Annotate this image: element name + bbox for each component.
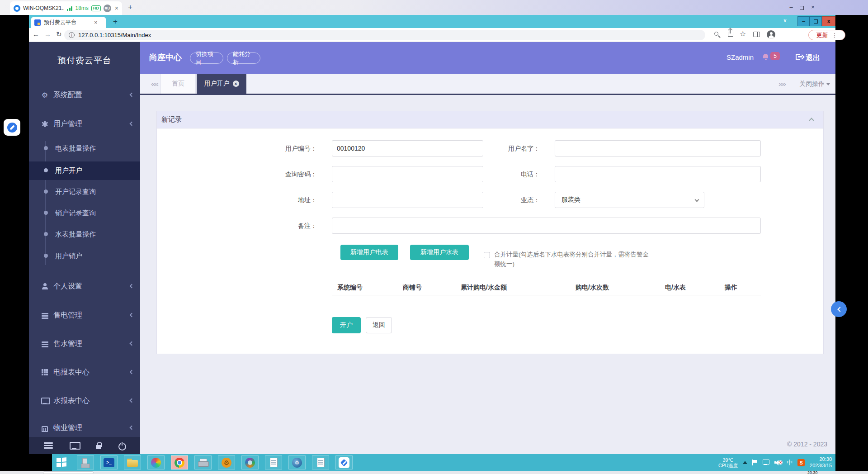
rdp-close-button[interactable]: × [808,4,817,10]
window-restore-button[interactable] [810,16,822,26]
copyright-footer: © 2012 - 2023 [787,441,827,448]
phone-input[interactable] [555,166,761,182]
sidebar-subitem-open-record-query[interactable]: 开户记录查询 [29,183,140,201]
close-operations-dropdown[interactable]: 关闭操作 [799,80,830,88]
taskbar-admin-tools-icon[interactable]: ⚙ [288,455,306,469]
tab-home[interactable]: 首页 [160,74,196,94]
brand-title: 预付费云平台 [29,55,140,66]
profile-avatar-icon[interactable] [767,30,775,39]
energy-analysis-button[interactable]: 能耗分析 [227,52,260,64]
sidebar-item-system-config[interactable]: ⚙ 系统配置 [29,86,140,104]
menu-kebab-icon[interactable]: ⋮ [832,32,838,38]
taskbar-powershell-icon[interactable]: >_ [100,455,118,469]
add-water-meter-button[interactable]: 新增用户水表 [410,245,469,260]
taskbar-notepad-icon[interactable] [265,455,282,469]
sidebar-item-user-mgmt[interactable]: 用户管理 [29,115,140,133]
browser-tab-close-icon[interactable]: × [94,19,98,26]
sidebar-subitem-meter-batch[interactable]: 电表批量操作 [29,139,140,157]
sidebar-item-property-mgmt[interactable]: 物业管理 [29,419,140,437]
sidebar-subitem-close-record-query[interactable]: 销户记录查询 [29,204,140,222]
sidebar-subitem-user-close-account[interactable]: 用户销户 [29,247,140,265]
cpu-temp-readout[interactable]: 39℃ CPU温度 [718,457,738,468]
back-icon[interactable]: ← [33,30,39,38]
hd-quality-badge[interactable]: HD [91,5,101,11]
hamburger-icon[interactable] [44,442,53,449]
remark-input[interactable] [332,218,761,234]
taskbar-todesk-icon[interactable] [335,455,353,469]
taskbar-file-explorer-icon[interactable] [124,455,141,469]
sidebar-item-sell-electricity[interactable]: 售电管理 [29,306,140,324]
bell-icon[interactable] [763,54,768,58]
sidebar-item-elec-report-center[interactable]: 电报表中心 [29,363,140,381]
action-center-flag-icon[interactable] [752,460,758,465]
monitor-icon[interactable] [70,442,79,450]
todesk-floating-ball[interactable] [4,119,20,136]
volume-muted-icon[interactable]: × [774,460,782,465]
ime-indicator[interactable]: 中 [787,459,793,467]
tab-close-icon[interactable]: × [233,81,239,87]
sidebar-item-sell-water[interactable]: 售水管理 [29,335,140,353]
network-icon[interactable] [763,460,769,465]
share-icon[interactable] [728,32,733,37]
user-name-input[interactable] [555,140,761,156]
rdp-restore-button[interactable] [797,5,806,11]
titlebar-chevron-icon[interactable]: ∨ [783,17,787,24]
side-panel-icon[interactable] [753,32,760,37]
taskbar-chrome-icon[interactable] [171,455,188,469]
tabs-scroll-left-icon[interactable]: «« [151,80,158,89]
browser-tab[interactable]: 预付费云平台 × [31,17,106,28]
sidebar-subitem-user-open-account[interactable]: 用户开户 [29,161,140,180]
business-type-label: 业态： [458,192,540,208]
rdp-minimize-button[interactable]: – [787,4,796,10]
sidebar-item-personal-settings[interactable]: 个人设置 [29,277,140,295]
chevron-down-icon [695,198,699,202]
rdp-session-tab[interactable]: WIN-OQMSK21... 18ms HD RU × [10,1,122,15]
grid-icon [41,369,49,377]
taskbar-paint-app-icon[interactable] [241,455,259,469]
browser-new-tab-button[interactable]: + [113,17,118,26]
lock-icon[interactable] [95,442,102,449]
panel-header: 新记录 [157,111,823,128]
zoom-icon[interactable] [714,32,718,36]
taskbar-color-app-icon[interactable] [147,455,165,469]
business-type-select[interactable]: 服装类 [555,192,704,208]
rdp-new-tab-button[interactable]: + [128,3,132,12]
tab-user-open-account[interactable]: 用户开户 × [197,74,246,94]
rdp-tab-close-icon[interactable]: × [115,5,118,11]
sidebar-item-water-report-center[interactable]: 水报表中心 [29,392,140,410]
taskbar-settings-gear-icon[interactable]: ⚙ [218,455,235,469]
site-info-icon[interactable]: i [69,32,75,38]
reload-icon[interactable]: ↻ [56,30,62,38]
add-elec-meter-button[interactable]: 新增用户电表 [340,245,398,260]
remark-label: 备注： [236,218,317,234]
window-close-button[interactable]: x [822,16,835,26]
host-search-box[interactable] [43,471,94,474]
back-button[interactable]: 返回 [366,317,392,333]
start-button[interactable] [57,457,67,467]
session-avatar-badge[interactable]: RU [104,5,111,12]
power-icon[interactable] [118,442,125,449]
taskbar-document-icon[interactable] [312,455,329,469]
host-clock: 20:30 [807,471,818,474]
merge-metering-checkbox[interactable] [484,252,490,258]
notification-badge[interactable]: 5 [770,52,780,60]
window-minimize-button[interactable]: – [797,16,810,26]
taskbar-server-manager-icon[interactable] [77,455,94,469]
logout-button[interactable]: 退出 [806,53,820,63]
taskbar-print-manager-icon[interactable] [194,455,212,469]
chrome-update-button[interactable]: 更新 ⋮ [808,30,845,40]
forward-icon[interactable]: → [44,30,51,38]
bookmark-star-icon[interactable]: ☆ [740,29,746,38]
collapse-chevron-icon[interactable] [809,118,814,123]
address-bar[interactable]: i 127.0.0.1:10315/Main/Index [64,30,705,40]
submenu-connector [45,141,46,265]
side-dock-toggle-button[interactable] [831,301,847,317]
bullet-icon [44,146,48,150]
sogou-ime-icon[interactable]: S [797,459,805,466]
tray-expand-icon[interactable] [743,461,747,464]
tabs-scroll-right-icon[interactable]: »» [778,80,785,89]
open-account-button[interactable]: 开户 [332,317,361,333]
switch-project-button[interactable]: 切换项目 [190,52,223,64]
tray-clock[interactable]: 20:30 2023/3/15 [810,456,832,469]
sidebar-subitem-water-batch[interactable]: 水表批量操作 [29,225,140,243]
